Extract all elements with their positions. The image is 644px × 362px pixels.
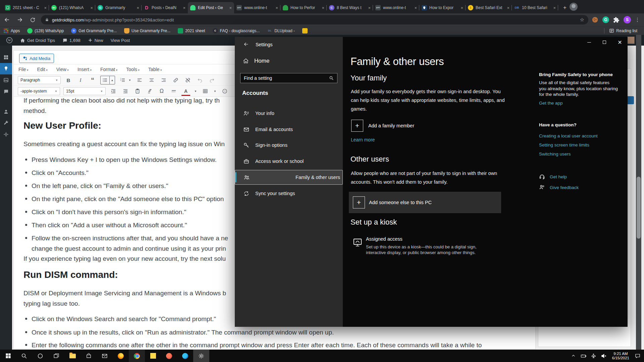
menu-view[interactable]: View — [56, 67, 69, 72]
taskbar-clock[interactable]: 9:21 AM 6/15/2021 — [609, 352, 632, 360]
new-tab-button[interactable]: + — [560, 3, 570, 12]
menu-tools[interactable]: Tools — [126, 67, 140, 72]
tab-close-icon[interactable]: × — [275, 6, 278, 10]
tab-close-icon[interactable]: × — [137, 6, 139, 10]
align-center-icon[interactable] — [147, 76, 156, 84]
help-link-local-account[interactable]: Creating a local user account — [539, 133, 598, 138]
table-caret[interactable]: ▼ — [213, 87, 217, 95]
bookmark-dlupload[interactable]: DLDLUpload - — [267, 28, 295, 34]
tab-online-t-2[interactable]: OTTwww.online-t× — [373, 2, 419, 13]
taskbar-search-button[interactable] — [16, 350, 32, 362]
tab-close-icon[interactable]: × — [90, 6, 93, 10]
start-button[interactable] — [0, 350, 16, 362]
sidebar-item-sign-in-options[interactable]: Sign-in options — [235, 138, 343, 153]
help-link-screen-time[interactable]: Setting screen time limits — [539, 142, 589, 147]
action-center-icon[interactable] — [633, 350, 642, 362]
tab-grammarly[interactable]: GGrammarly× — [95, 2, 142, 13]
horizontal-rule-icon[interactable] — [169, 87, 178, 95]
red-app-button[interactable] — [161, 350, 177, 362]
settings-minimize-button[interactable] — [581, 37, 597, 48]
font-size-select[interactable]: 15pt▼ — [63, 87, 106, 95]
tab-best-safari-ext[interactable]: iBest Safari Ext× — [466, 2, 512, 13]
extensions-puzzle-icon[interactable] — [613, 17, 620, 23]
align-left-icon[interactable] — [135, 76, 144, 84]
browser-profile-icon[interactable] — [570, 3, 578, 11]
reload-icon[interactable] — [27, 14, 38, 25]
bookmark-2021-sheet[interactable]: 2021 sheet — [178, 28, 205, 34]
tab-close-icon[interactable]: × — [553, 6, 556, 10]
airplane-mode-icon[interactable] — [589, 350, 598, 362]
add-family-member-label[interactable]: Add a family member — [368, 123, 414, 128]
settings-close-button[interactable]: ✕ — [612, 37, 628, 48]
menu-table[interactable]: Table — [148, 67, 162, 72]
menu-file[interactable]: File — [18, 67, 29, 72]
bookmark-yellow[interactable] — [302, 28, 308, 34]
reading-list-button[interactable]: Reading list — [609, 28, 637, 33]
store-button[interactable] — [80, 350, 97, 362]
tab-close-icon[interactable]: × — [368, 6, 371, 10]
grammarly-extension-icon[interactable]: G — [602, 16, 609, 23]
tab-close-icon[interactable]: × — [507, 6, 509, 10]
wp-view-post[interactable]: View Post — [108, 35, 133, 46]
wp-menu-dashboard-icon[interactable] — [0, 52, 12, 63]
bullet-list-caret[interactable]: ▲ — [109, 76, 115, 84]
wp-menu-comments-icon[interactable] — [0, 86, 12, 97]
scrollbar-thumb[interactable] — [637, 177, 641, 239]
browser-menu-icon[interactable]: ⋮ — [635, 17, 640, 23]
edge-button[interactable] — [177, 350, 193, 362]
settings-taskbar-button[interactable] — [193, 350, 209, 362]
task-view-button[interactable] — [48, 350, 64, 362]
tab-close-icon[interactable]: × — [322, 6, 324, 10]
help-link-switching-users[interactable]: Switching users — [539, 152, 571, 157]
paragraph-select[interactable]: Paragraph▼ — [18, 76, 61, 84]
sidebar-item-email-accounts[interactable]: Email & accounts — [235, 122, 343, 137]
bookmark-faq[interactable]: CFAQ - douglascraigs... — [213, 28, 260, 34]
tab-edit-post-active[interactable]: Edit Post ‹ Ge× — [188, 2, 234, 13]
bookmark-whatsapp[interactable]: (128) WhatsApp — [27, 28, 64, 34]
battery-icon[interactable] — [579, 350, 588, 362]
tab-posts-deal[interactable]: DPosts ‹ DealN× — [142, 2, 188, 13]
special-character-icon[interactable]: Ω — [157, 87, 166, 95]
bold-button[interactable]: B — [64, 76, 73, 84]
settings-maximize-button[interactable] — [597, 37, 612, 48]
page-scrollbar[interactable] — [636, 35, 641, 350]
text-color-button[interactable]: A — [181, 87, 190, 95]
add-someone-else-row[interactable]: + Add someone else to this PC — [349, 192, 501, 213]
browser-minimize-button[interactable] — [638, 0, 644, 13]
menu-insert[interactable]: Insert — [77, 67, 92, 72]
table-button[interactable] — [201, 87, 210, 95]
settings-home-item[interactable]: Home — [243, 58, 269, 64]
profile-avatar[interactable]: S — [624, 16, 631, 23]
volume-muted-icon[interactable] — [599, 350, 608, 362]
bookmark-use-grammarly[interactable]: Use Grammarly Pre... — [124, 28, 170, 34]
numbered-list-caret[interactable]: ▼ — [128, 76, 132, 84]
wp-menu-users-icon[interactable] — [0, 106, 12, 117]
tab-10-best-safari[interactable]: DB10 Best Safari× — [512, 2, 558, 13]
tab-close-icon[interactable]: × — [44, 6, 47, 10]
wp-user-avatar[interactable] — [627, 37, 635, 44]
bookmark-star-icon[interactable]: ☆ — [580, 17, 584, 23]
font-family-select[interactable]: -apple-system▼ — [18, 87, 60, 95]
menu-edit[interactable]: Edit — [37, 67, 48, 72]
settings-search-input[interactable]: Find a setting — [240, 73, 337, 83]
bookmark-apps[interactable]: Apps — [3, 28, 20, 34]
sticky-notes-button[interactable] — [145, 350, 161, 362]
bookmark-get-grammarly[interactable]: GGet Grammarly Pre... — [71, 28, 117, 34]
clear-formatting-icon[interactable] — [145, 87, 154, 95]
tab-how-to-perform[interactable]: How to Perfor× — [280, 2, 327, 13]
cortana-button[interactable] — [32, 350, 48, 362]
tab-sheets[interactable]: 2021 sheet - C× — [3, 2, 49, 13]
tab-whatsapp[interactable]: 99+(121) WhatsA× — [49, 2, 95, 13]
bullet-list-button[interactable] — [101, 76, 109, 84]
tab-close-icon[interactable]: × — [414, 6, 417, 10]
tab-8-best-ways[interactable]: C8 Best Ways t× — [327, 2, 373, 13]
blockquote-button[interactable]: “ — [88, 76, 97, 84]
sidebar-item-your-info[interactable]: Your info — [235, 106, 343, 121]
paste-as-text-icon[interactable]: T — [133, 87, 142, 95]
add-family-member-button[interactable]: + — [351, 120, 363, 132]
tab-close-icon[interactable]: × — [461, 6, 463, 10]
undo-icon[interactable] — [196, 76, 204, 84]
italic-button[interactable]: I — [76, 76, 85, 84]
cookie-extension-icon[interactable] — [592, 16, 598, 23]
wp-menu-settings-icon[interactable] — [0, 129, 12, 140]
